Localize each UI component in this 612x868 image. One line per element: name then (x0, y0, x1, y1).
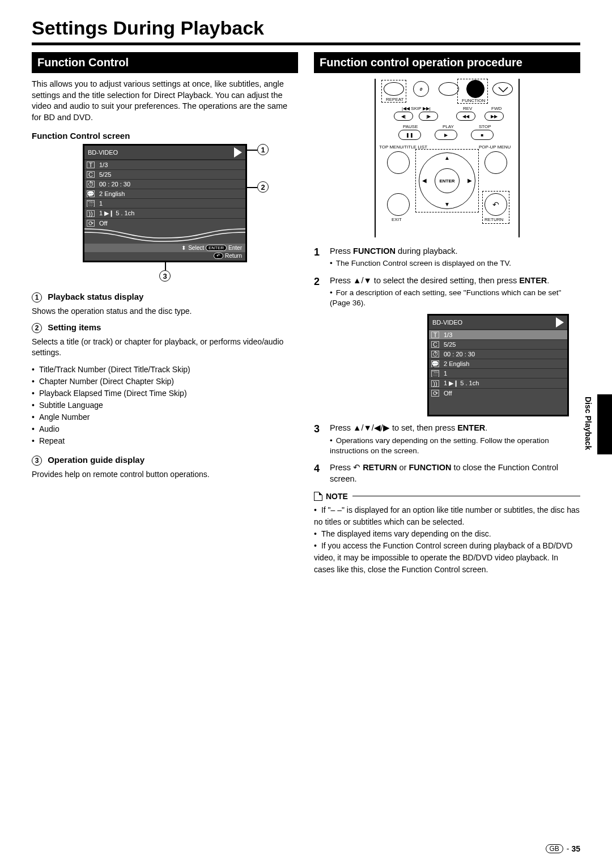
page-number: 35 (571, 844, 580, 853)
remote-diagram: 0 REPEAT FUNCTION |◀◀ SKIP ▶▶| REV FWD ◀… (362, 79, 532, 237)
note-rule (352, 496, 580, 497)
osd-header: BD-VIDEO (88, 149, 118, 156)
item-title-text: Playback status display (48, 292, 143, 301)
step-3: 3 Press ▲/▼/◀/▶ to set, then press ENTER… (314, 422, 580, 456)
title-icon: T (87, 161, 95, 168)
callout-lead (165, 262, 166, 270)
play-icon (556, 317, 564, 327)
list-item: Audio (32, 423, 298, 435)
angle-icon: 🎬 (87, 200, 95, 207)
list-item: The displayed items vary depending on th… (314, 528, 580, 540)
section-heading-procedure: Function control operation procedure (314, 52, 580, 73)
footer-sep: - (567, 844, 570, 853)
guide-enter: Enter (228, 245, 242, 251)
step-2: 2 Press ▲/▼ to select the desired settin… (314, 275, 580, 309)
note-heading: NOTE (314, 492, 580, 501)
callout-lead (247, 150, 257, 151)
item-3-title: 3 Operation guide display (32, 455, 298, 466)
page-title: Settings During Playback (32, 17, 580, 39)
osd-row-text: 2 English (99, 190, 125, 197)
osd-row-text: Off (99, 220, 107, 227)
list-item: If "– –" is displayed for an option like… (314, 504, 580, 528)
list-item: Subtitle Language (32, 399, 298, 411)
step-4: 4 Press ↶ RETURN or FUNCTION to close th… (314, 462, 580, 485)
enter-pill: ENTER (206, 245, 227, 251)
setting-items-list: Title/Track Number (Direct Title/Track S… (32, 364, 298, 447)
time-icon: ⏱ (87, 181, 95, 188)
osd-screenshot: BD-VIDEO T1/3 C5/25 ⏱00 : 20 : 30 💬2 Eng… (83, 144, 247, 262)
chapter-icon: C (87, 171, 95, 178)
step-sub: For a description of each setting, see "… (330, 288, 580, 308)
play-icon (234, 147, 242, 158)
item-title-text: Operation guide display (48, 455, 144, 465)
step-sub: Operations vary depending on the setting… (330, 436, 580, 456)
region-badge: GB (546, 844, 563, 853)
list-item: Playback Elapsed Time (Direct Time Skip) (32, 388, 298, 399)
item-3-desc: Provides help on remote control button o… (32, 469, 298, 480)
repeat-icon: ⟳ (87, 220, 95, 227)
side-section-label: Disc Playback (584, 397, 593, 450)
osd-header: BD-VIDEO (432, 319, 462, 326)
updown-icon: ⬍ (181, 245, 186, 251)
circled-1-icon: 1 (32, 292, 42, 303)
list-item: Repeat (32, 435, 298, 447)
side-tab-marker (597, 394, 612, 454)
item-title-text: Setting items (48, 322, 101, 332)
note-list: If "– –" is displayed for an option like… (314, 504, 580, 576)
step-1: 1 Press FUNCTION during playback. The Fu… (314, 245, 580, 269)
section-heading-function-control: Function Control (32, 52, 298, 73)
circled-3-icon: 3 (32, 456, 42, 466)
guide-select: Select (188, 245, 204, 251)
item-2-title: 2 Setting items (32, 322, 298, 333)
item-1-title: 1 Playback status display (32, 292, 298, 303)
item-1-desc: Shows the operation status and the disc … (32, 306, 298, 317)
callout-lead (247, 187, 257, 188)
osd-screenshot-2: BD-VIDEO T1/3 C5/25 ⏱00 : 20 : 30 💬2 Eng… (427, 314, 569, 416)
list-item: Title/Track Number (Direct Title/Track S… (32, 364, 298, 376)
intro-text: This allows you to adjust various settin… (32, 79, 298, 123)
osd-row-text: 1 (99, 200, 103, 207)
return-icon: ↶ (353, 463, 360, 472)
audio-icon: )) (87, 210, 95, 217)
list-item: If you access the Function Control scree… (314, 540, 580, 576)
list-item: Angle Number (32, 411, 298, 423)
note-icon (314, 492, 322, 501)
osd-row-text: 1/3 (99, 161, 108, 168)
osd-row-text: 5/25 (99, 171, 111, 178)
4way-icon: ▲/▼/◀/▶ (353, 423, 390, 432)
circled-2-icon: 2 (32, 323, 42, 333)
guide-return: Return (225, 253, 242, 259)
subtitle-icon: 💬 (87, 190, 95, 197)
step-sub: The Function Control screen is displayed… (330, 258, 580, 269)
subhead-screen: Function Control screen (32, 131, 298, 141)
item-2-desc: Selects a title (or track) or chapter fo… (32, 337, 298, 358)
title-rule (32, 42, 580, 45)
osd-row-text: 00 : 20 : 30 (99, 181, 130, 188)
note-label: NOTE (326, 492, 348, 501)
return-pill: ↶ (214, 253, 223, 259)
osd-row-text: 1 ▶❙ 5 . 1ch (99, 210, 134, 217)
updown-icon: ▲/▼ (353, 276, 372, 285)
callout-2: 2 (257, 181, 269, 193)
list-item: Chapter Number (Direct Chapter Skip) (32, 376, 298, 388)
page-footer: GB - 35 (546, 844, 580, 853)
callout-1: 1 (257, 144, 269, 155)
